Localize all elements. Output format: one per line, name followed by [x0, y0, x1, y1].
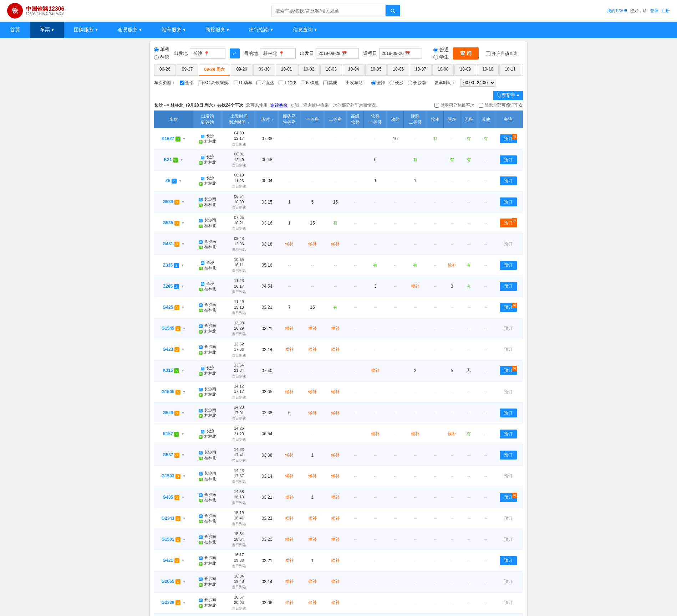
trip-type-one-way[interactable]: 单程 — [154, 46, 169, 53]
date-tab-12[interactable]: 10-08 — [432, 64, 454, 76]
train-link-G2339[interactable]: G2339 — [162, 600, 174, 605]
th-time[interactable]: 出发时间到达时间 ↑ — [222, 111, 256, 128]
my-12306-link[interactable]: 我的12306 — [607, 8, 627, 14]
trip-type-round[interactable]: 往返 — [154, 54, 169, 61]
query-button[interactable]: 查 询 — [453, 47, 479, 60]
search-button[interactable] — [386, 5, 400, 16]
train-link-G1505[interactable]: G1505 — [162, 389, 174, 394]
nav-info[interactable]: 信息查询 ▾ — [283, 22, 327, 38]
auto-query-checkbox[interactable]: 开启自动查询 — [486, 51, 518, 57]
depart-date-input[interactable]: 2019-09-28 📅 — [316, 48, 359, 59]
expand-icon[interactable]: ▼ — [178, 179, 182, 183]
exchange-button[interactable]: ⇌ — [230, 48, 240, 58]
date-tab-2[interactable]: 09-28 周六 — [199, 64, 230, 76]
train-link-K315[interactable]: K315 — [163, 368, 173, 373]
date-tab-15[interactable]: 10-11 — [499, 64, 521, 76]
book-button-G529[interactable]: 预订 — [500, 409, 517, 417]
train-link-G431[interactable]: G431 — [163, 241, 173, 246]
train-link-G537[interactable]: G537 — [163, 452, 173, 457]
from-input[interactable]: 长沙 📍 — [190, 48, 225, 59]
expand-icon[interactable]: ▼ — [182, 601, 186, 605]
expand-icon[interactable]: ▼ — [181, 221, 185, 225]
login-link[interactable]: 登录 — [650, 8, 658, 14]
expand-icon[interactable]: ▼ — [181, 432, 185, 436]
filter-all[interactable]: 全部 — [180, 80, 194, 86]
date-tab-6[interactable]: 10-02 — [298, 64, 320, 76]
train-link-G539[interactable]: G539 — [163, 199, 173, 204]
nav-business[interactable]: 商旅服务 ▾ — [195, 22, 239, 38]
book-button-G435[interactable]: 特预订 — [500, 493, 517, 502]
expand-icon[interactable]: ▼ — [181, 496, 185, 499]
train-link-G529[interactable]: G529 — [163, 410, 173, 415]
train-link-G2343[interactable]: G2343 — [162, 516, 174, 521]
train-link-Z335[interactable]: Z335 — [163, 263, 173, 268]
filter-k[interactable]: K-快速 — [301, 80, 319, 86]
train-link-G425[interactable]: G425 — [163, 305, 173, 310]
train-link-G535[interactable]: G535 — [163, 220, 173, 225]
train-link-Z5[interactable]: Z5 — [166, 178, 170, 183]
date-tab-14[interactable]: 10-10 — [477, 64, 499, 76]
station-all[interactable]: 全部 — [371, 80, 385, 86]
nav-member[interactable]: 会员服务 ▾ — [108, 22, 152, 38]
nav-ticket[interactable]: 车票 ▾ — [30, 22, 64, 38]
filter-t[interactable]: T-特快 — [279, 80, 296, 86]
book-button-K315[interactable]: 特预订 — [500, 366, 517, 375]
book-button-G539[interactable]: 预订 — [500, 197, 517, 206]
book-button-K21[interactable]: 预订 — [500, 155, 517, 164]
book-button-G425[interactable]: 特预订 — [500, 303, 517, 312]
filter-gc[interactable]: GC-高铁/城际 — [198, 80, 229, 86]
book-button-G535[interactable]: 特预订 — [500, 219, 517, 227]
expand-icon[interactable]: ▼ — [181, 200, 185, 204]
train-link-G421[interactable]: G421 — [163, 558, 173, 563]
return-date-input[interactable]: 2019-09-26 📅 — [379, 48, 422, 59]
station-changsha-south[interactable]: 长沙南 — [408, 80, 426, 86]
book-button-G421[interactable]: 预订 — [500, 556, 517, 565]
sort-helper-button[interactable]: 订票帮手 ▾ — [493, 91, 523, 100]
expand-icon[interactable]: ▼ — [181, 242, 185, 246]
expand-icon[interactable]: ▼ — [181, 369, 185, 373]
date-tab-5[interactable]: 10-01 — [276, 64, 297, 76]
date-tab-16[interactable]: 10-12 — [522, 64, 523, 76]
train-link-G1501[interactable]: G1501 — [162, 537, 174, 542]
expand-icon[interactable]: ▼ — [182, 137, 186, 141]
expand-icon[interactable]: ▼ — [181, 306, 185, 309]
expand-icon[interactable]: ▼ — [180, 158, 183, 162]
train-link-G1503[interactable]: G1503 — [162, 473, 174, 478]
expand-icon[interactable]: ▼ — [182, 538, 186, 541]
date-tab-1[interactable]: 09-27 — [177, 64, 198, 76]
expand-icon[interactable]: ▼ — [182, 580, 186, 584]
to-input[interactable]: 桂林北 📍 — [260, 48, 296, 59]
date-tab-0[interactable]: 09-26 — [154, 64, 176, 76]
show-all-checkbox[interactable]: 显示全部可预订车次 — [479, 102, 523, 108]
show-score-checkbox[interactable]: 显示积分兑换率次 — [434, 102, 474, 108]
nav-group[interactable]: 团购服务 ▾ — [64, 22, 108, 38]
th-duration[interactable]: 历时 ↑ — [256, 111, 278, 128]
nav-home[interactable]: 首页 — [0, 22, 30, 38]
expand-icon[interactable]: ▼ — [182, 327, 186, 330]
transfer-link[interactable]: 途径换乘 — [270, 102, 287, 108]
expand-icon[interactable]: ▼ — [181, 284, 184, 288]
station-changsha[interactable]: 长沙 — [390, 80, 403, 86]
search-input[interactable] — [271, 5, 386, 16]
book-button-Z5[interactable]: 预订 — [500, 176, 517, 185]
date-tab-13[interactable]: 10-09 — [454, 64, 476, 76]
train-link-G1545[interactable]: G1545 — [162, 326, 174, 331]
date-tab-10[interactable]: 10-06 — [387, 64, 409, 76]
book-button-K157[interactable]: 预订 — [500, 430, 517, 438]
expand-icon[interactable]: ▼ — [181, 263, 184, 267]
expand-icon[interactable]: ▼ — [181, 453, 185, 457]
train-link-K157[interactable]: K157 — [163, 431, 173, 436]
date-tab-3[interactable]: 09-29 — [231, 64, 253, 76]
expand-icon[interactable]: ▼ — [182, 517, 186, 520]
filter-other[interactable]: 其他 — [323, 80, 337, 86]
date-tab-11[interactable]: 10-07 — [410, 64, 432, 76]
nav-station[interactable]: 站车服务 ▾ — [152, 22, 195, 38]
filter-z[interactable]: Z-直达 — [256, 80, 274, 86]
time-range-select[interactable]: 00:00--24:00 — [460, 79, 495, 87]
book-button-K1627[interactable]: 特预订 — [500, 134, 517, 143]
expand-icon[interactable]: ▼ — [181, 348, 185, 351]
date-tab-4[interactable]: 09-30 — [253, 64, 275, 76]
train-link-Z285[interactable]: Z285 — [163, 284, 173, 289]
date-tab-8[interactable]: 10-04 — [343, 64, 365, 76]
train-link-G435[interactable]: G435 — [163, 495, 173, 500]
